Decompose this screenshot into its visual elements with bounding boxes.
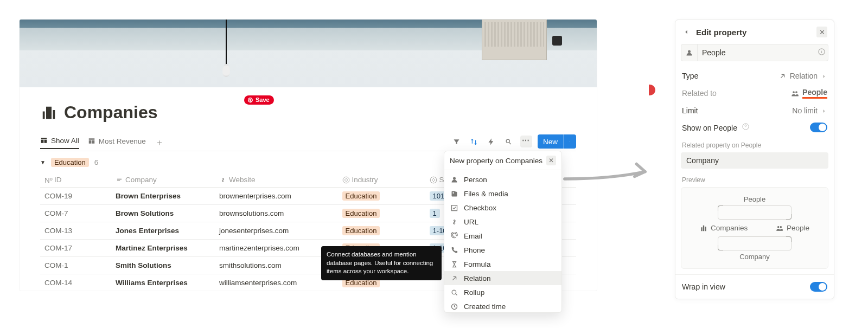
- cell-website[interactable]: brownenterprises.com: [215, 188, 338, 205]
- new-button-label: New: [538, 138, 563, 146]
- col-header-industry[interactable]: Industry: [338, 172, 425, 188]
- building-icon: [700, 224, 707, 232]
- col-header-website[interactable]: Website: [215, 172, 338, 188]
- cell-industry[interactable]: Education: [338, 222, 425, 240]
- property-type-option[interactable]: Formula: [444, 257, 561, 271]
- tab-show-all[interactable]: Show All: [40, 137, 79, 149]
- cover-decor-outlet: [552, 36, 562, 46]
- chevron-down-icon[interactable]: [563, 134, 576, 149]
- preview-top: People: [686, 195, 824, 203]
- popover-title: New property on Companies: [450, 157, 542, 165]
- cell-website[interactable]: williamsenterprises.com: [215, 274, 338, 291]
- help-icon[interactable]: [742, 123, 750, 131]
- search-icon[interactable]: [503, 136, 515, 147]
- col-header-company[interactable]: Company: [111, 172, 215, 188]
- person-icon: [450, 175, 458, 184]
- property-type-option[interactable]: Files & media: [444, 186, 561, 201]
- cell-website[interactable]: smithsolutions.com: [215, 257, 338, 274]
- property-name-field[interactable]: [681, 44, 828, 61]
- tab-label: Most Revenue: [99, 137, 146, 145]
- preview-left-node: Companies: [700, 224, 748, 232]
- sort-icon[interactable]: [468, 136, 480, 147]
- option-label: Email: [464, 232, 482, 240]
- related-property-value[interactable]: Company: [681, 152, 828, 169]
- limit-row[interactable]: Limit No limit: [675, 102, 834, 119]
- related-to-value: People: [802, 88, 827, 99]
- close-icon[interactable]: ✕: [546, 156, 556, 165]
- col-header-id[interactable]: NºID: [40, 172, 111, 188]
- svg-point-0: [452, 290, 456, 294]
- option-label: Checkbox: [464, 204, 496, 212]
- property-type-option[interactable]: Checkbox: [444, 201, 561, 215]
- tab-most-revenue[interactable]: Most Revenue: [88, 137, 146, 149]
- annotation-arrow: [560, 157, 663, 201]
- tab-label: Show All: [51, 137, 79, 145]
- property-type-option[interactable]: URL: [444, 215, 561, 229]
- filter-icon[interactable]: [451, 136, 463, 147]
- url-icon: [450, 217, 458, 226]
- property-type-option[interactable]: Person: [444, 172, 561, 186]
- close-icon[interactable]: ✕: [816, 27, 827, 37]
- limit-value: No limit: [792, 106, 818, 115]
- cell-website[interactable]: martinezenterprises.com: [215, 240, 338, 257]
- property-type-option[interactable]: Email: [444, 229, 561, 243]
- cell-company[interactable]: Smith Solutions: [111, 257, 215, 274]
- more-icon[interactable]: ⋯: [520, 136, 532, 147]
- add-view-button[interactable]: ＋: [155, 138, 164, 147]
- wrap-row[interactable]: Wrap in view: [675, 278, 834, 295]
- option-label: URL: [464, 218, 478, 226]
- cell-company[interactable]: Martinez Enterprises: [111, 240, 215, 257]
- option-label: Created time: [464, 303, 506, 311]
- select-icon: [342, 176, 350, 184]
- page-title: Companies: [64, 102, 157, 123]
- select-icon: [430, 176, 437, 184]
- cell-company[interactable]: Brown Enterprises: [111, 188, 215, 205]
- cell-website[interactable]: brownsolutions.com: [215, 205, 338, 222]
- panel-title: Edit property: [696, 28, 812, 37]
- decor-peek: [649, 85, 655, 95]
- cell-company[interactable]: Williams Enterprises: [111, 274, 215, 291]
- type-row[interactable]: Type Relation: [675, 68, 834, 84]
- email-icon: [450, 231, 458, 240]
- table-icon: [88, 137, 95, 145]
- show-on-toggle[interactable]: [810, 123, 827, 132]
- option-label: Formula: [464, 260, 491, 268]
- property-type-option[interactable]: Relation: [444, 271, 561, 285]
- files-media-icon: [450, 189, 458, 198]
- cell-id: COM-19: [40, 188, 111, 205]
- wrap-toggle[interactable]: [810, 282, 827, 292]
- edit-property-panel: Edit property ✕ Type Relation Related to…: [675, 20, 834, 299]
- save-pill[interactable]: Save: [244, 95, 274, 105]
- info-icon[interactable]: [815, 48, 828, 57]
- cell-website[interactable]: jonesenterprises.com: [215, 222, 338, 240]
- property-type-option[interactable]: Phone: [444, 243, 561, 257]
- option-label: Files & media: [464, 190, 508, 198]
- save-label: Save: [256, 97, 270, 103]
- people-icon: [791, 89, 799, 98]
- wrap-label: Wrap in view: [682, 282, 725, 291]
- automations-icon[interactable]: [486, 136, 497, 147]
- collapse-icon[interactable]: ▼: [40, 159, 46, 165]
- cell-id: COM-17: [40, 240, 111, 257]
- back-button[interactable]: [681, 27, 692, 37]
- preview-bottom: Company: [686, 253, 824, 261]
- cell-company[interactable]: Brown Solutions: [111, 205, 215, 222]
- rollup-icon: [450, 288, 458, 297]
- show-on-row[interactable]: Show on People: [675, 119, 834, 136]
- people-icon: [776, 224, 783, 232]
- cell-id: COM-14: [40, 274, 111, 291]
- option-label: Phone: [464, 246, 485, 254]
- cell-industry[interactable]: Education: [338, 188, 425, 205]
- cell-industry[interactable]: Education: [338, 205, 425, 222]
- cell-company[interactable]: Jones Enterprises: [111, 222, 215, 240]
- option-label: Person: [464, 176, 487, 184]
- new-button[interactable]: New: [538, 134, 576, 149]
- related-to-row[interactable]: Related to People: [675, 84, 834, 102]
- property-type-option[interactable]: Created time: [444, 299, 561, 312]
- property-name-input[interactable]: [698, 48, 815, 57]
- new-property-popover: New property on Companies ✕ PersonFiles …: [444, 151, 562, 313]
- chevron-right-icon: [821, 73, 827, 79]
- property-type-option[interactable]: Rollup: [444, 285, 561, 299]
- id-icon: Nº: [44, 176, 52, 184]
- cell-id: COM-13: [40, 222, 111, 240]
